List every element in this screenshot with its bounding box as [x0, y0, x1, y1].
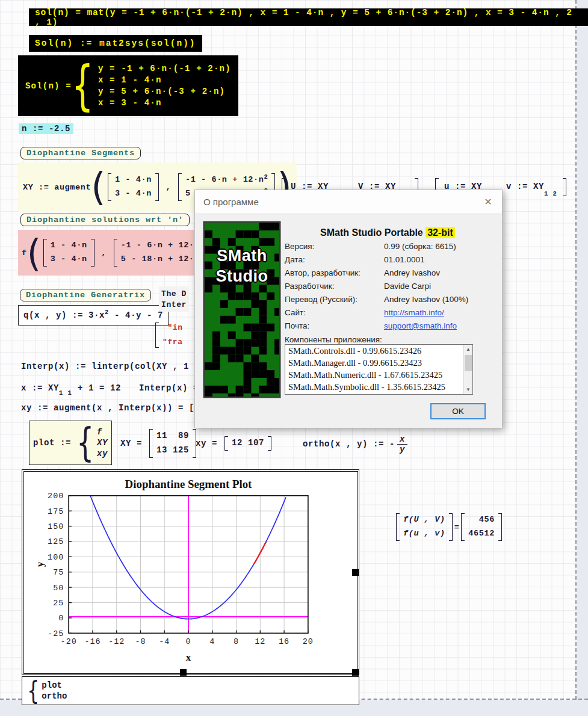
formula-interp-definition[interactable]: Interp(x) := linterp(col(XY , 1: [21, 362, 189, 371]
scroll-up-icon[interactable]: ▲: [464, 345, 472, 354]
brace-icon: {: [27, 681, 39, 701]
website-link[interactable]: http://smath.info/: [384, 308, 444, 317]
logo-text-line2: Studio: [205, 267, 279, 286]
system-lhs: Sol(n) =: [25, 81, 72, 91]
formula-XY-result[interactable]: XY = 11 89 13 125: [120, 425, 198, 462]
svg-text:175: 175: [48, 507, 64, 516]
formula-text: Sol(n) := mat2sys(sol(n)): [35, 39, 196, 48]
svg-text:12: 12: [255, 637, 265, 646]
bitness-badge: 32-bit: [426, 227, 455, 238]
formula-ortho-definition[interactable]: ortho(x , y) := - x y: [303, 430, 407, 458]
scrollbar-thumb[interactable]: [465, 355, 472, 371]
fraction: x y: [397, 434, 407, 454]
ok-button[interactable]: OK: [430, 403, 486, 419]
matrix-xn: 1 - 4·n 3 - 4·n: [43, 238, 94, 267]
info-row-website: Сайт:http://smath.info/: [285, 308, 495, 320]
svg-text:y: y: [34, 561, 46, 567]
highlighted-value: n := -2.5: [19, 123, 73, 134]
info-row-date: Дата:01.01.0001: [285, 255, 495, 267]
svg-text:-12: -12: [108, 637, 125, 646]
svg-text:-4: -4: [159, 637, 170, 646]
resize-handle-right[interactable]: [352, 569, 359, 576]
info-row-email: Почта:support@smath.info: [285, 321, 495, 333]
plot-input-region[interactable]: { plot ortho: [22, 676, 359, 705]
plot-region[interactable]: -20-16-12-8-4048121620-25025507510012515…: [22, 469, 359, 675]
formula-string-matrix-partial[interactable]: "in "fra: [155, 322, 187, 348]
about-dialog: О программе ✕ SMath Studio SMath Studio …: [194, 190, 503, 428]
listbox-scrollbar[interactable]: ▲ ▼: [463, 345, 472, 394]
info-row-translation: Перевод (Русский):Andrey Ivashov (100%): [285, 295, 495, 307]
svg-text:25: 25: [53, 599, 64, 608]
system-eq: x = 1 - 4·n: [98, 75, 231, 85]
formula-xy-point-result[interactable]: xy = 12 107: [196, 435, 273, 452]
label-diophantine-generatrix[interactable]: Diophantine Generatrix: [20, 289, 151, 301]
formula-text: sol(n) = mat(y = -1 + 6·n·(-1 + 2·n) , x…: [35, 8, 582, 27]
resize-handle-bottom[interactable]: [180, 669, 187, 676]
diophantine-segment-plot: -20-16-12-8-4048121620-25025507510012515…: [22, 470, 359, 674]
bracket-right-icon: [563, 178, 566, 196]
formula-xy-assignment[interactable]: xy := augment(x , Interp(x)) = [ 1: [21, 403, 205, 413]
svg-text:x: x: [186, 652, 191, 663]
svg-text:125: 125: [48, 537, 64, 546]
email-link[interactable]: support@smath.info: [384, 321, 457, 330]
matrix-yn: -1 - 6·n + 12·n2 5 - 18·n + 12·n2: [114, 238, 194, 267]
svg-text:50: 50: [53, 584, 64, 593]
label-diophantine-segments[interactable]: Diophantine Segments: [20, 147, 141, 159]
svg-text:75: 75: [53, 568, 64, 577]
app-title: SMath Studio Portable 32-bit: [279, 227, 496, 238]
paren-left-icon: (: [27, 238, 42, 268]
smath-logo: SMath Studio: [203, 221, 280, 398]
svg-text:4: 4: [209, 637, 215, 646]
formula-f-matrices[interactable]: f ( 1 - 4·n 3 - 4·n , -1 - 6·n + 12·n2 5…: [18, 230, 194, 276]
brace-icon: {: [76, 427, 94, 458]
formula-n-assignment[interactable]: n := -2.5: [19, 123, 73, 134]
formula-plot-definition[interactable]: plot := { f XY xy: [29, 421, 112, 465]
component-item: SMath.Controls.dll - 0.99.6615.23426: [285, 345, 472, 357]
component-item: SMath.Math.Numeric.dll - 1.67.6615.23425: [285, 369, 472, 381]
svg-text:150: 150: [48, 522, 64, 531]
svg-text:-20: -20: [61, 637, 77, 646]
dialog-title: О программе: [203, 197, 259, 207]
scroll-down-icon[interactable]: ▼: [464, 385, 472, 394]
svg-text:20: 20: [303, 637, 314, 646]
svg-text:16: 16: [279, 637, 289, 646]
f-prefix: f: [22, 248, 27, 258]
svg-text:Diophantine Segment Plot: Diophantine Segment Plot: [125, 478, 252, 490]
svg-text:100: 100: [48, 553, 64, 562]
paren-left-icon: (: [91, 172, 106, 202]
svg-text:0: 0: [58, 614, 64, 623]
components-listbox[interactable]: SMath.Controls.dll - 0.99.6615.23426 SMa…: [285, 344, 473, 395]
svg-text:200: 200: [48, 492, 64, 501]
formula-q-generatrix[interactable]: q(x , y) := 3·x2 - 4·y - 7: [18, 305, 169, 326]
bracket-right-icon: [155, 173, 159, 201]
resize-handle-corner[interactable]: [352, 669, 359, 676]
svg-text:0: 0: [185, 637, 191, 646]
svg-text:-8: -8: [135, 637, 146, 646]
xy-prefix: XY := augment: [23, 183, 91, 192]
formula-fUV-result[interactable]: f(U , V) f(u , v) = 456 46512: [394, 509, 504, 545]
formula-sol-system[interactable]: Sol(n) = { y = -1 + 6·n·(-1 + 2·n) x = 1…: [18, 55, 238, 116]
formula-sol-mat[interactable]: sol(n) = mat(y = -1 + 6·n·(-1 + 2·n) , x…: [29, 8, 588, 26]
system-eq: y = -1 + 6·n·(-1 + 2·n): [98, 64, 231, 73]
label-diophantine-solutions[interactable]: Diophantine solutions wrt 'n': [20, 214, 190, 226]
logo-text-line1: SMath: [205, 247, 279, 265]
dialog-titlebar[interactable]: О программе: [195, 190, 502, 213]
info-row-developer: Разработчик:Davide Carpi: [285, 282, 495, 294]
brace-icon: {: [72, 64, 94, 106]
formula-sol-mat2sys[interactable]: Sol(n) := mat2sys(sol(n)): [29, 35, 202, 52]
component-item: SMath.Manager.dll - 0.99.6615.23423: [285, 357, 472, 369]
info-row-version: Версия:0.99 (сборка: 6615): [285, 242, 495, 254]
component-item: SMath.Math.Symbolic.dll - 1.35.6615.2342…: [285, 381, 472, 393]
svg-text:-16: -16: [84, 637, 101, 646]
info-row-author: Автор, разработчик:Andrey Ivashov: [285, 268, 495, 280]
svg-text:-25: -25: [48, 629, 64, 638]
text-note-partial[interactable]: The D Inter: [159, 286, 189, 312]
system-eq: y = 5 + 6·n·(-3 + 2·n): [98, 87, 231, 96]
system-eq: x = 3 - 4·n: [98, 98, 231, 108]
svg-text:8: 8: [234, 637, 239, 646]
matrix-xn: 1 - 4·n 3 - 4·n: [108, 173, 159, 202]
close-icon[interactable]: ✕: [481, 195, 495, 208]
components-label: Компоненты приложения:: [285, 335, 382, 344]
formula-x-assignment[interactable]: x := XY1 1 + 1 = 12 Interp(x) =: [21, 383, 199, 393]
page-boundary-vertical: [575, 0, 577, 700]
